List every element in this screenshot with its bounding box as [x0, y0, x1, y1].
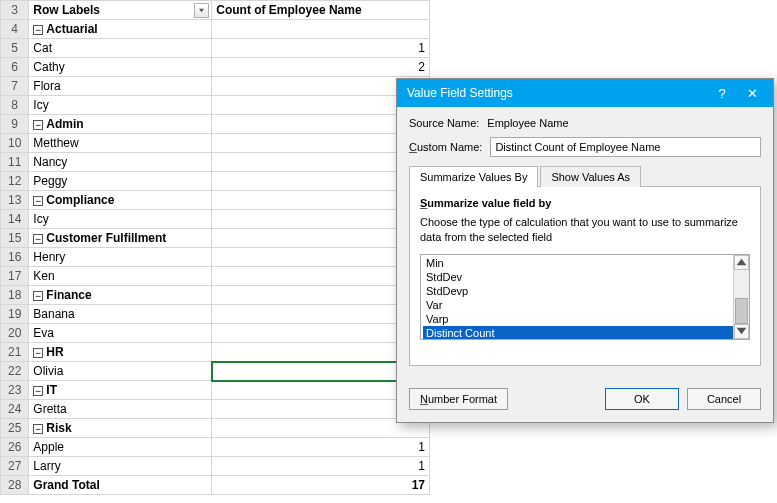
- section-label: Summarize value field by: [420, 197, 750, 209]
- custom-name-label: Custom Name:: [409, 141, 482, 153]
- row-header[interactable]: 22: [1, 362, 29, 381]
- listbox-option[interactable]: Distinct Count: [423, 326, 749, 340]
- row-header[interactable]: 19: [1, 305, 29, 324]
- custom-name-input[interactable]: [490, 137, 761, 157]
- item-row-label[interactable]: Icy: [29, 210, 212, 229]
- row-header[interactable]: 16: [1, 248, 29, 267]
- item-row-value[interactable]: 1: [212, 39, 430, 58]
- row-header[interactable]: 12: [1, 172, 29, 191]
- group-value-cell[interactable]: [212, 20, 430, 39]
- row-header[interactable]: 24: [1, 400, 29, 419]
- item-row-value[interactable]: 2: [212, 58, 430, 77]
- tab-summarize-values-by[interactable]: Summarize Values By: [409, 166, 538, 187]
- item-row-label[interactable]: Metthew: [29, 134, 212, 153]
- row-header[interactable]: 10: [1, 134, 29, 153]
- source-name-value: Employee Name: [487, 117, 568, 129]
- scroll-down-icon[interactable]: [734, 324, 749, 339]
- pivot-header-count[interactable]: Count of Employee Name: [212, 1, 430, 20]
- group-row[interactable]: −Finance: [29, 286, 212, 305]
- collapse-icon[interactable]: −: [33, 348, 43, 358]
- item-row-value[interactable]: 1: [212, 457, 430, 476]
- section-description: Choose the type of calculation that you …: [420, 215, 750, 246]
- item-row-label[interactable]: Henry: [29, 248, 212, 267]
- value-field-settings-dialog: Value Field Settings ? ✕ Source Name: Em…: [396, 78, 774, 423]
- item-row-label[interactable]: Flora: [29, 77, 212, 96]
- row-header[interactable]: 21: [1, 343, 29, 362]
- collapse-icon[interactable]: −: [33, 386, 43, 396]
- source-name-label: Source Name:: [409, 117, 479, 129]
- row-header[interactable]: 27: [1, 457, 29, 476]
- item-row-label[interactable]: Banana: [29, 305, 212, 324]
- collapse-icon[interactable]: −: [33, 291, 43, 301]
- row-header[interactable]: 20: [1, 324, 29, 343]
- listbox-option[interactable]: StdDev: [423, 270, 749, 284]
- item-row-value[interactable]: 1: [212, 438, 430, 457]
- dialog-title: Value Field Settings: [407, 86, 513, 100]
- listbox-option[interactable]: Varp: [423, 312, 749, 326]
- row-header[interactable]: 23: [1, 381, 29, 400]
- row-header[interactable]: 13: [1, 191, 29, 210]
- filter-dropdown-icon[interactable]: [194, 3, 209, 18]
- collapse-icon[interactable]: −: [33, 424, 43, 434]
- grand-total-label[interactable]: Grand Total: [29, 476, 212, 495]
- item-row-label[interactable]: Olivia: [29, 362, 212, 381]
- summary-function-listbox[interactable]: MinStdDevStdDevpVarVarpDistinct Count: [420, 254, 750, 340]
- row-header[interactable]: 9: [1, 115, 29, 134]
- row-header[interactable]: 4: [1, 20, 29, 39]
- row-header[interactable]: 26: [1, 438, 29, 457]
- group-row[interactable]: −IT: [29, 381, 212, 400]
- row-header[interactable]: 8: [1, 96, 29, 115]
- group-row[interactable]: −Compliance: [29, 191, 212, 210]
- group-row[interactable]: −Actuarial: [29, 20, 212, 39]
- row-header[interactable]: 11: [1, 153, 29, 172]
- item-row-label[interactable]: Apple: [29, 438, 212, 457]
- pivot-table[interactable]: 3Row LabelsCount of Employee Name4−Actua…: [0, 0, 430, 495]
- row-header[interactable]: 5: [1, 39, 29, 58]
- item-row-label[interactable]: Nancy: [29, 153, 212, 172]
- dialog-titlebar[interactable]: Value Field Settings ? ✕: [397, 79, 773, 107]
- collapse-icon[interactable]: −: [33, 196, 43, 206]
- number-format-button[interactable]: Number Format: [409, 388, 508, 410]
- help-icon[interactable]: ?: [707, 86, 737, 101]
- item-row-label[interactable]: Larry: [29, 457, 212, 476]
- item-row-label[interactable]: Peggy: [29, 172, 212, 191]
- listbox-option[interactable]: Min: [423, 256, 749, 270]
- collapse-icon[interactable]: −: [33, 234, 43, 244]
- scrollbar-vertical[interactable]: [733, 255, 749, 339]
- group-row[interactable]: −Admin: [29, 115, 212, 134]
- tab-panel: Summarize value field by Choose the type…: [409, 186, 761, 366]
- item-row-label[interactable]: Eva: [29, 324, 212, 343]
- close-icon[interactable]: ✕: [737, 86, 767, 101]
- item-row-label[interactable]: Gretta: [29, 400, 212, 419]
- row-header[interactable]: 17: [1, 267, 29, 286]
- group-row[interactable]: −Customer Fulfillment: [29, 229, 212, 248]
- row-header[interactable]: 28: [1, 476, 29, 495]
- grand-total-value[interactable]: 17: [212, 476, 430, 495]
- item-row-label[interactable]: Cat: [29, 39, 212, 58]
- scroll-track[interactable]: [734, 270, 749, 324]
- pivot-header-row-labels[interactable]: Row Labels: [29, 1, 212, 20]
- cancel-button[interactable]: Cancel: [687, 388, 761, 410]
- row-header[interactable]: 14: [1, 210, 29, 229]
- row-header[interactable]: 15: [1, 229, 29, 248]
- tab-show-values-as[interactable]: Show Values As: [540, 166, 641, 187]
- row-header[interactable]: 7: [1, 77, 29, 96]
- ok-button[interactable]: OK: [605, 388, 679, 410]
- listbox-option[interactable]: Var: [423, 298, 749, 312]
- listbox-option[interactable]: StdDevp: [423, 284, 749, 298]
- item-row-label[interactable]: Cathy: [29, 58, 212, 77]
- item-row-label[interactable]: Icy: [29, 96, 212, 115]
- row-header[interactable]: 3: [1, 1, 29, 20]
- scroll-thumb[interactable]: [735, 298, 748, 324]
- collapse-icon[interactable]: −: [33, 120, 43, 130]
- group-row[interactable]: −HR: [29, 343, 212, 362]
- group-row[interactable]: −Risk: [29, 419, 212, 438]
- row-header[interactable]: 25: [1, 419, 29, 438]
- row-header[interactable]: 18: [1, 286, 29, 305]
- collapse-icon[interactable]: −: [33, 25, 43, 35]
- item-row-label[interactable]: Ken: [29, 267, 212, 286]
- row-header[interactable]: 6: [1, 58, 29, 77]
- scroll-up-icon[interactable]: [734, 255, 749, 270]
